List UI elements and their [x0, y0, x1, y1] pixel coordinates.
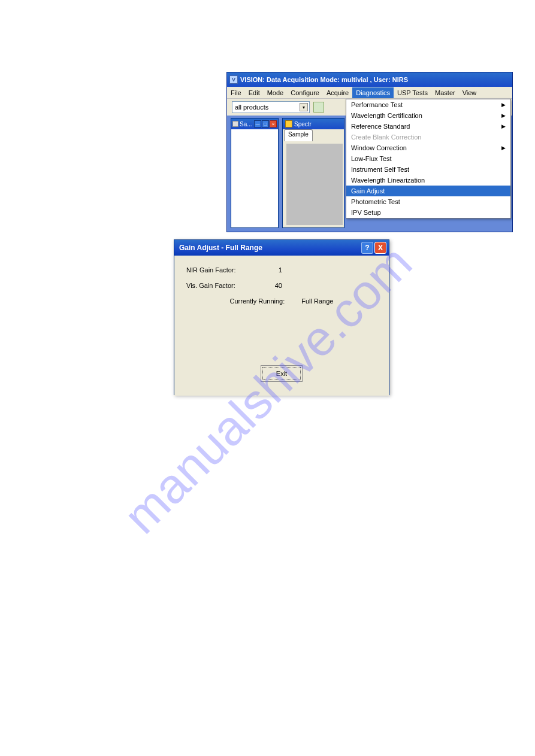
gain-adjust-titlebar: Gain Adjust - Full Range ? X: [174, 240, 389, 256]
gain-adjust-dialog: Gain Adjust - Full Range ? X NIR Gain Fa…: [174, 239, 389, 395]
dropdown-item-label: Performance Test: [351, 101, 403, 108]
submenu-arrow-icon: ▶: [501, 102, 506, 108]
dropdown-item-performance-test[interactable]: Performance Test▶: [346, 99, 510, 110]
tab-sample[interactable]: Sample: [284, 129, 313, 141]
spectr-plot-area: [286, 144, 343, 225]
vis-gain-row: Vis. Gain Factor: 40: [186, 282, 377, 289]
diagnostics-dropdown: Performance Test▶Wavelength Certificatio…: [346, 99, 511, 218]
menu-configure[interactable]: Configure: [287, 87, 323, 98]
child-window-spectr-title: Spectr: [294, 121, 312, 127]
menu-usp-tests[interactable]: USP Tests: [394, 87, 431, 98]
vision-main-window: V VISION: Data Acquisition Mode: multivi…: [226, 72, 513, 232]
vis-gain-label: Vis. Gain Factor:: [186, 282, 258, 289]
window-icon: [232, 121, 238, 127]
chart-icon: [285, 120, 292, 127]
dropdown-item-label: Window Correction: [351, 144, 407, 151]
app-icon: V: [229, 75, 238, 84]
menu-view[interactable]: View: [459, 87, 480, 98]
dropdown-item-low-flux-test[interactable]: Low-Flux Test: [346, 153, 510, 164]
vision-menubar: File Edit Mode Configure Acquire Diagnos…: [227, 87, 512, 99]
currently-running-row: Currently Running: Full Range: [186, 297, 377, 305]
product-combo[interactable]: all products ▾: [232, 101, 310, 113]
dropdown-item-wavelength-linearization[interactable]: Wavelength Linearization: [346, 175, 510, 186]
dropdown-item-photometric-test[interactable]: Photometric Test: [346, 196, 510, 207]
currently-running-label: Currently Running:: [230, 297, 285, 305]
dropdown-item-label: IPV Setup: [351, 209, 381, 216]
menu-acquire[interactable]: Acquire: [323, 87, 352, 98]
menu-master[interactable]: Master: [431, 87, 459, 98]
currently-running-value: Full Range: [301, 297, 333, 305]
dropdown-item-reference-standard[interactable]: Reference Standard▶: [346, 121, 510, 132]
menu-edit[interactable]: Edit: [245, 87, 264, 98]
dropdown-item-instrument-self-test[interactable]: Instrument Self Test: [346, 164, 510, 175]
vision-titlebar: V VISION: Data Acquisition Mode: multivi…: [227, 72, 512, 87]
menu-file[interactable]: File: [227, 87, 245, 98]
vis-gain-value: 40: [258, 282, 282, 289]
dropdown-item-label: Gain Adjust: [351, 187, 385, 195]
dropdown-item-gain-adjust[interactable]: Gain Adjust: [346, 186, 510, 196]
nir-gain-row: NIR Gain Factor: 1: [186, 266, 377, 274]
spectr-tabrow: Sample: [283, 129, 344, 141]
nir-gain-label: NIR Gain Factor:: [186, 266, 258, 274]
child-window-spectr-titlebar: Spectr: [283, 119, 344, 129]
nir-gain-value: 1: [258, 266, 282, 274]
product-combo-value: all products: [235, 104, 268, 111]
dropdown-item-label: Wavelength Certification: [351, 112, 422, 119]
child-window-sa[interactable]: Sa... □ ×: [231, 118, 279, 228]
menu-diagnostics[interactable]: Diagnostics: [352, 87, 394, 98]
child-window-spectr[interactable]: Spectr Sample: [282, 118, 344, 228]
minimize-icon[interactable]: [254, 120, 261, 127]
dropdown-item-create-blank-correction: Create Blank Correction: [346, 132, 510, 142]
submenu-arrow-icon: ▶: [501, 113, 506, 119]
dropdown-item-window-correction[interactable]: Window Correction▶: [346, 142, 510, 153]
toolbar-icon[interactable]: [313, 102, 324, 113]
dropdown-item-label: Low-Flux Test: [351, 155, 392, 162]
dropdown-item-label: Photometric Test: [351, 198, 400, 205]
chevron-down-icon: ▾: [300, 103, 308, 111]
child-window-sa-titlebar: Sa... □ ×: [231, 119, 278, 129]
dropdown-item-label: Reference Standard: [351, 123, 410, 130]
close-icon[interactable]: ×: [270, 120, 277, 127]
dropdown-item-label: Wavelength Linearization: [351, 177, 425, 184]
dropdown-item-wavelength-certification[interactable]: Wavelength Certification▶: [346, 110, 510, 121]
dropdown-item-label: Create Blank Correction: [351, 133, 421, 141]
gain-adjust-title: Gain Adjust - Full Range: [179, 244, 262, 252]
close-button[interactable]: X: [374, 242, 386, 254]
help-button[interactable]: ?: [361, 242, 373, 254]
menu-mode[interactable]: Mode: [264, 87, 288, 98]
child-window-sa-title: Sa...: [240, 121, 252, 127]
submenu-arrow-icon: ▶: [501, 123, 506, 129]
vision-title: VISION: Data Acquisition Mode: multivial…: [240, 76, 408, 83]
maximize-icon[interactable]: □: [262, 120, 269, 127]
gain-adjust-body: NIR Gain Factor: 1 Vis. Gain Factor: 40 …: [174, 256, 389, 396]
dropdown-item-label: Instrument Self Test: [351, 166, 409, 173]
dropdown-item-ipv-setup[interactable]: IPV Setup: [346, 207, 510, 218]
submenu-arrow-icon: ▶: [501, 145, 506, 151]
exit-button[interactable]: Exit: [262, 367, 301, 380]
